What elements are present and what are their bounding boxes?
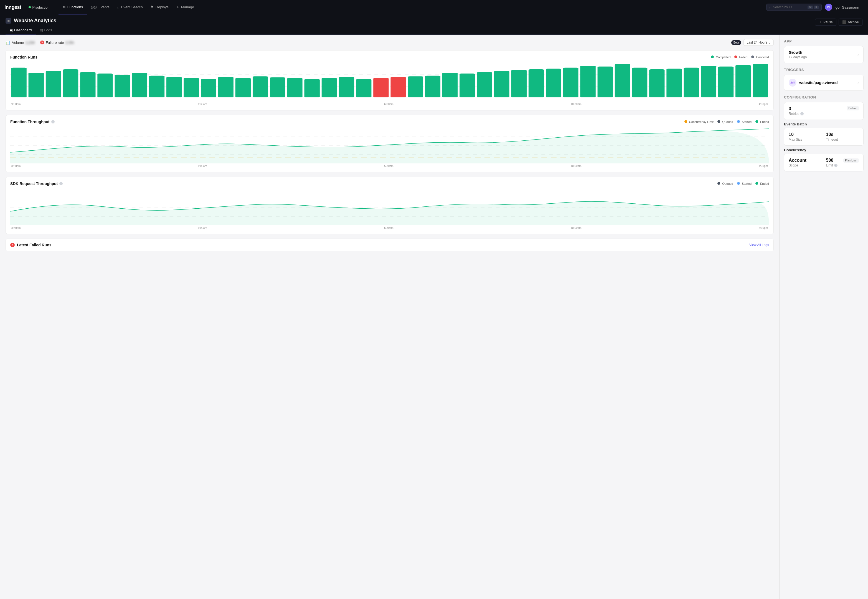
tp-xaxis-1: 1:00am <box>198 164 207 167</box>
trigger-arrow-icon: › <box>857 80 859 85</box>
app-card-subtitle: 17 days ago <box>789 55 857 59</box>
svg-rect-13 <box>201 79 216 97</box>
trigger-icon: ◎◎ <box>789 79 796 87</box>
triggers-section: Triggers ◎◎ website/page.viewed › <box>784 68 863 91</box>
svg-rect-8 <box>115 75 130 97</box>
error-icon: ✕ <box>40 41 44 44</box>
throughput-info-icon[interactable]: i <box>51 120 55 123</box>
latest-failed-title: ! Latest Failed Runs <box>10 243 51 247</box>
tab-logs[interactable]: ▤ Logs <box>36 26 56 35</box>
limit-badge: Plan Limit <box>843 158 859 163</box>
app-card[interactable]: Growth 17 days ago › <box>784 46 863 63</box>
max-size-value: 10 <box>789 132 822 137</box>
nav-label-manage: Manage <box>181 5 194 9</box>
nav-link-functions[interactable]: ⚙ Functions <box>59 0 87 14</box>
retries-content: 3 Retries i <box>789 106 803 116</box>
app-section: App Growth 17 days ago › <box>784 39 863 63</box>
legend-completed: Completed <box>711 56 730 59</box>
volume-metric: 📊 Volume 1,234 <box>6 40 35 45</box>
retries-card: 3 Retries i Default <box>784 102 863 120</box>
env-selector[interactable]: Production ⌄ <box>26 4 56 11</box>
tab-dashboard[interactable]: ▣ Dashboard <box>6 26 36 35</box>
svg-rect-41 <box>684 68 699 97</box>
canceled-dot <box>751 56 754 58</box>
trigger-card[interactable]: ◎◎ website/page.viewed › <box>784 75 863 91</box>
sdk-ended-dot <box>755 182 758 185</box>
svg-rect-26 <box>425 76 440 97</box>
sdk-xaxis-0: 8:30pm <box>11 226 21 229</box>
manage-icon: ✦ <box>176 5 179 9</box>
svg-rect-10 <box>149 76 164 97</box>
throughput-line-chart <box>10 127 769 163</box>
legend-failed: Failed <box>734 56 747 59</box>
bar-chart-area <box>10 63 769 102</box>
queued-dot <box>718 120 720 123</box>
nav-label-event-search: Event Search <box>121 5 143 9</box>
svg-rect-43 <box>718 66 733 97</box>
left-panel: 📊 Volume 1,234 ✕ Failure rate 2.3% Beta … <box>0 35 779 599</box>
svg-rect-45 <box>752 64 768 97</box>
function-icon: ▣ <box>6 18 11 24</box>
timeout-content: 10s Timeout <box>826 132 859 141</box>
throughput-xaxis: 8:30pm 1:00am 5:30am 10:00am 4:30pm <box>10 164 769 167</box>
legend-canceled: Canceled <box>751 56 769 59</box>
sdk-info-icon[interactable]: i <box>59 182 63 185</box>
app-card-arrow-icon: › <box>857 52 859 57</box>
function-throughput-chart: Function Throughput i Concurrency Limit … <box>6 115 774 172</box>
function-title: ▣ Website Analytics <box>6 18 56 24</box>
chart-legend-sdk: Queued Started Ended <box>718 182 769 185</box>
sdk-xaxis-3: 10:00am <box>571 226 581 229</box>
chart-title-sdk: SDK Request Throughput i <box>10 181 63 186</box>
logs-icon: ▤ <box>40 28 43 32</box>
scope-value: Account <box>789 158 822 163</box>
latest-failed-runs: ! Latest Failed Runs View All Logs <box>6 239 774 251</box>
svg-rect-16 <box>252 76 268 97</box>
view-all-logs-link[interactable]: View All Logs <box>749 243 769 247</box>
volume-value: 1,234 <box>26 41 35 45</box>
svg-rect-20 <box>322 78 337 97</box>
nav-link-manage[interactable]: ✦ Manage <box>173 0 198 14</box>
svg-rect-25 <box>408 76 423 97</box>
scope-label: Scope <box>789 163 822 167</box>
app-card-title: Growth <box>789 50 857 55</box>
functions-icon: ⚙ <box>62 5 66 9</box>
retries-info-icon[interactable]: i <box>800 112 803 116</box>
limit-label: Limit i <box>826 163 859 167</box>
svg-rect-4 <box>46 71 61 97</box>
events-icon: ◎◎ <box>91 5 97 9</box>
time-chevron-icon: ⌄ <box>769 41 771 44</box>
concurrency-dot <box>685 120 687 123</box>
nav-link-event-search[interactable]: ⌕ Event Search <box>113 0 147 14</box>
nav-link-events[interactable]: ◎◎ Events <box>87 0 113 14</box>
limit-info-icon[interactable]: i <box>834 164 838 167</box>
pause-button[interactable]: ⏸ Pause <box>815 19 836 26</box>
timeout-label: Timeout <box>826 138 859 141</box>
trigger-label: website/page.viewed <box>799 80 857 85</box>
xaxis-label-3: 10:30am <box>571 103 581 106</box>
chart-header-throughput: Function Throughput i Concurrency Limit … <box>10 120 769 124</box>
function-runs-chart: Function Runs Completed Failed Canceled <box>6 50 774 110</box>
search-kbd-cmd: ⌘ <box>808 6 813 9</box>
time-range-selector[interactable]: Last 24 Hours ⌄ <box>743 39 774 46</box>
sdk-legend-ended: Ended <box>755 182 769 185</box>
tp-xaxis-0: 8:30pm <box>11 164 21 167</box>
throughput-fill-path <box>10 131 769 163</box>
chart-title-runs: Function Runs <box>10 55 38 59</box>
global-search[interactable]: ⌕ Search by ID... ⌘ K <box>766 4 822 11</box>
volume-label: Volume <box>12 41 24 45</box>
svg-rect-32 <box>529 69 544 97</box>
svg-rect-40 <box>667 69 682 97</box>
events-batch-row: 10 Max Size 10s Timeout <box>789 132 859 141</box>
archive-button[interactable]: ⬛ Archive <box>839 19 862 26</box>
limit-content: 500 Plan Limit Limit i <box>826 158 859 167</box>
retries-row: 3 Retries i Default <box>789 106 859 116</box>
sdk-throughput-chart: SDK Request Throughput i Queued Started … <box>6 177 774 234</box>
nav-label-deploys: Deploys <box>156 5 168 9</box>
nav-link-deploys[interactable]: ⚑ Deploys <box>147 0 173 14</box>
max-size-label: Max Size <box>789 138 822 141</box>
dashboard-icon: ▣ <box>9 28 13 32</box>
retries-badge: Default <box>847 106 859 110</box>
search-kbd-k: K <box>814 6 818 9</box>
runs-xaxis: 9:00pm 1:30am 6:00am 10:30am 4:30pm <box>10 103 769 106</box>
user-menu[interactable]: IG Igor Gassmann ⌄ <box>825 4 863 11</box>
